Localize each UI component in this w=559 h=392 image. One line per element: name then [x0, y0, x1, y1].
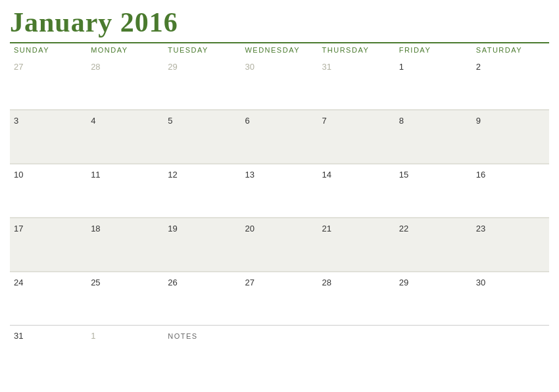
calendar-cell: 29	[164, 57, 241, 109]
calendar-cell: 20	[241, 218, 318, 271]
calendar-cell: 12	[164, 164, 241, 217]
calendar-cell: 24	[10, 272, 87, 325]
day-number: 12	[168, 170, 177, 180]
day-number: 1	[91, 331, 95, 341]
day-number: 5	[168, 116, 172, 126]
day-header-tuesday: TUESDAY	[164, 43, 241, 57]
day-number: 25	[91, 278, 100, 287]
calendar-cell: 31	[10, 325, 87, 364]
day-number: 1	[399, 62, 404, 72]
day-number: 30	[245, 62, 254, 72]
calendar-cell: 28	[318, 272, 395, 325]
day-number: 9	[476, 116, 481, 126]
calendar-cell: 21	[318, 218, 395, 271]
calendar-cell: 13	[241, 164, 318, 217]
day-number: 18	[91, 224, 100, 233]
day-number: 7	[322, 116, 327, 126]
day-header-saturday: SATURDAY	[472, 43, 549, 57]
day-number: 20	[245, 224, 254, 233]
day-number: 27	[245, 278, 254, 287]
day-number: 24	[14, 278, 23, 287]
day-number: 4	[91, 116, 95, 126]
calendar-cell: 27	[241, 272, 318, 325]
calendar-cell: 4	[87, 110, 164, 163]
day-number: 28	[91, 62, 100, 72]
day-number: 26	[168, 278, 177, 287]
day-number: 31	[322, 62, 331, 72]
calendar-cell: 25	[87, 272, 164, 325]
calendar-cell: 23	[472, 218, 549, 271]
header-row: SUNDAYMONDAYTUESDAYWEDNESDAYTHURSDAYFRID…	[10, 43, 549, 57]
calendar-row-1: 3456789	[10, 110, 549, 163]
day-header-monday: MONDAY	[87, 43, 164, 57]
day-header-sunday: SUNDAY	[10, 43, 87, 57]
calendar-cell: 8	[395, 110, 472, 163]
day-header-thursday: THURSDAY	[318, 43, 395, 57]
calendar-cell: 7	[318, 110, 395, 163]
day-number: 8	[399, 116, 404, 126]
calendar-cell: 27	[10, 57, 87, 109]
day-number: 21	[322, 224, 331, 233]
calendar-cell: 15	[395, 164, 472, 217]
notes-cell: NOTES	[164, 325, 549, 364]
calendar-cell: 16	[472, 164, 549, 217]
day-number: 3	[14, 116, 18, 126]
day-number: 28	[322, 278, 331, 287]
day-number: 19	[168, 224, 177, 233]
day-number: 29	[399, 278, 408, 287]
calendar-cell: 9	[472, 110, 549, 163]
calendar-cell: 17	[10, 218, 87, 271]
day-number: 2	[476, 62, 481, 72]
calendar-table: SUNDAYMONDAYTUESDAYWEDNESDAYTHURSDAYFRID…	[10, 42, 549, 364]
day-number: 30	[476, 278, 485, 287]
calendar-cell: 31	[318, 57, 395, 109]
calendar-row-0: 272829303112	[10, 57, 549, 109]
calendar-cell: 3	[10, 110, 87, 163]
last-row: 311NOTES	[10, 325, 549, 364]
day-number: 22	[399, 224, 408, 233]
calendar-cell: 1	[395, 57, 472, 109]
day-number: 11	[91, 170, 100, 180]
day-number: 14	[322, 170, 331, 180]
notes-label: NOTES	[168, 332, 197, 340]
day-number: 15	[399, 170, 408, 180]
day-number: 23	[476, 224, 485, 233]
day-number: 27	[14, 62, 23, 72]
day-number: 10	[14, 170, 23, 180]
calendar-cell: 14	[318, 164, 395, 217]
calendar-cell: 22	[395, 218, 472, 271]
day-number: 16	[476, 170, 485, 180]
day-header-wednesday: WEDNESDAY	[241, 43, 318, 57]
calendar-row-2: 10111213141516	[10, 164, 549, 217]
calendar-title: January 2016	[10, 7, 549, 38]
calendar-cell: 19	[164, 218, 241, 271]
calendar-cell: 10	[10, 164, 87, 217]
calendar-cell: 29	[395, 272, 472, 325]
calendar-cell: 1	[87, 325, 164, 364]
day-number: 6	[245, 116, 249, 126]
calendar-row-3: 17181920212223	[10, 218, 549, 271]
calendar-cell: 5	[164, 110, 241, 163]
day-number: 17	[14, 224, 23, 233]
calendar-cell: 2	[472, 57, 549, 109]
calendar-cell: 28	[87, 57, 164, 109]
day-header-friday: FRIDAY	[395, 43, 472, 57]
calendar-cell: 30	[241, 57, 318, 109]
day-number: 31	[14, 331, 23, 341]
calendar-cell: 18	[87, 218, 164, 271]
calendar-row-4: 24252627282930	[10, 272, 549, 325]
calendar-cell: 6	[241, 110, 318, 163]
day-number: 13	[245, 170, 254, 180]
calendar-cell: 11	[87, 164, 164, 217]
calendar-cell: 30	[472, 272, 549, 325]
calendar-cell: 26	[164, 272, 241, 325]
day-number: 29	[168, 62, 177, 72]
